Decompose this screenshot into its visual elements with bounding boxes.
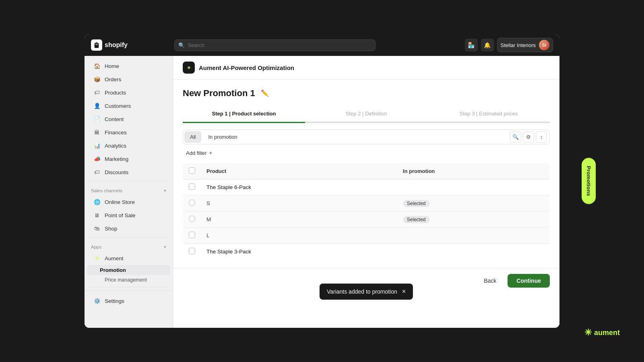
sidebar-item-customers[interactable]: 👤 Customers xyxy=(87,99,170,112)
header-checkbox-col xyxy=(183,163,201,179)
steps-row: Step 1 | Product selection Step 2 | Defi… xyxy=(183,107,550,122)
table-row: The Staple 6-Pack xyxy=(183,179,550,195)
variant-l-name-cell: L xyxy=(201,228,397,244)
sidebar-item-content[interactable]: 📄 Content xyxy=(87,113,170,125)
shop-icon: 🛍 xyxy=(93,225,101,232)
toast-notification: Variants added to promotion × xyxy=(320,284,413,300)
shopify-bag-icon xyxy=(91,39,102,51)
search-filter-btn[interactable]: 🔍 xyxy=(510,132,521,143)
filter-bar: All In promotion 🔍 ⚙ ↕ xyxy=(183,130,550,144)
table-row: L xyxy=(183,228,550,244)
sidebar-item-online-store[interactable]: 🌐 Online Store xyxy=(87,195,170,208)
user-menu-btn[interactable]: Stellar Interiors SI xyxy=(497,38,553,52)
variant-m-status-cell: Selected xyxy=(397,212,550,228)
filter-tab-in-promotion[interactable]: In promotion xyxy=(202,131,243,143)
page-title: New Promotion 1 xyxy=(183,88,255,99)
sidebar-divider-1 xyxy=(89,181,168,181)
back-button[interactable]: Back xyxy=(477,274,503,287)
variant-m-status: Selected xyxy=(403,216,430,223)
sidebar-item-shop[interactable]: 🛍 Shop xyxy=(87,222,170,235)
top-bar-right: 🏪 🔔 Stellar Interiors SI xyxy=(465,38,553,52)
promotions-side-tab[interactable]: Promotions xyxy=(582,158,596,204)
sidebar-item-price-management[interactable]: Price management xyxy=(87,276,170,284)
sidebar: 🏠 Home 📦 Orders 🏷 Products 👤 Customers 📄… xyxy=(85,56,173,328)
row-checkbox-cell-staple3 xyxy=(183,244,201,260)
table-header-row: Product In promotion xyxy=(183,163,550,179)
step-3[interactable]: Step 3 | Estimated prices xyxy=(427,107,550,121)
sidebar-item-home[interactable]: 🏠 Home xyxy=(87,60,170,72)
variant-l-name: L xyxy=(206,232,210,239)
sidebar-item-settings[interactable]: ⚙️ Settings xyxy=(87,294,170,307)
edit-title-btn[interactable]: ✏️ xyxy=(259,88,270,99)
apps-section: Apps ▾ xyxy=(85,240,173,251)
avatar: SI xyxy=(539,40,549,50)
shopify-logo[interactable]: shopify xyxy=(91,39,128,51)
orders-icon: 📦 xyxy=(93,76,101,83)
row-product-name-staple6: The Staple 6-Pack xyxy=(201,179,397,195)
aument-icon: ✳ xyxy=(93,255,101,262)
step-1-label: Step 1 | Product selection xyxy=(212,111,276,117)
sidebar-label-orders: Orders xyxy=(105,76,121,82)
toast-close-btn[interactable]: × xyxy=(402,288,406,295)
sort-btn[interactable]: ↕ xyxy=(536,132,547,143)
sidebar-label-pos: Point of Sale xyxy=(105,212,136,218)
select-all-checkbox[interactable] xyxy=(189,167,195,174)
variant-m-checkbox[interactable] xyxy=(189,216,195,222)
variant-m-name-cell: M xyxy=(201,212,397,228)
variant-m-name: M xyxy=(206,216,211,222)
step-3-label: Step 3 | Estimated prices xyxy=(460,111,518,117)
sidebar-label-discounts: Discounts xyxy=(105,169,128,175)
product-name-staple3: The Staple 3-Pack xyxy=(206,249,251,255)
app-header-icon: ✳ xyxy=(183,62,195,74)
sidebar-divider-3 xyxy=(89,287,168,287)
header-in-promotion-label: In promotion xyxy=(403,168,435,174)
sidebar-bottom: ⚙️ Settings xyxy=(85,290,173,311)
continue-button[interactable]: Continue xyxy=(508,274,550,288)
marketing-icon: 📣 xyxy=(93,155,101,162)
table-row: The Staple 3-Pack xyxy=(183,244,550,260)
header-product-label: Product xyxy=(206,168,226,174)
sidebar-item-discounts[interactable]: 🏷 Discounts xyxy=(87,166,170,179)
sidebar-label-price-management: Price management xyxy=(105,277,147,283)
sidebar-label-settings: Settings xyxy=(105,298,124,304)
variant-l-checkbox[interactable] xyxy=(189,232,195,238)
aument-brand-text: aument xyxy=(594,329,620,337)
bell-icon-btn[interactable]: 🔔 xyxy=(481,39,494,51)
apps-expand-icon[interactable]: ▾ xyxy=(164,244,166,250)
sidebar-item-point-of-sale[interactable]: 🖥 Point of Sale xyxy=(87,209,170,222)
sidebar-item-promotion[interactable]: Promotion xyxy=(87,265,170,275)
store-icon-btn[interactable]: 🏪 xyxy=(465,39,478,51)
search-input[interactable] xyxy=(174,39,376,51)
variant-s-status: Selected xyxy=(403,200,430,207)
add-filter-btn[interactable]: Add filter ＋ xyxy=(183,148,217,158)
sidebar-item-analytics[interactable]: 📊 Analytics xyxy=(87,139,170,152)
sidebar-label-promotion: Promotion xyxy=(100,267,126,273)
search-container: 🔍 xyxy=(174,39,376,51)
variant-l-status-cell xyxy=(397,228,550,244)
sidebar-item-finances[interactable]: 🏛 Finances xyxy=(87,126,170,139)
filter-bar-right: 🔍 ⚙ ↕ xyxy=(510,132,549,143)
aument-asterisk-icon: ✳ xyxy=(584,327,592,338)
variant-s-checkbox[interactable] xyxy=(189,200,195,206)
step-progress-fill xyxy=(183,122,305,123)
analytics-icon: 📊 xyxy=(93,142,101,149)
sales-channels-expand-icon[interactable]: ▾ xyxy=(164,188,166,193)
sales-channels-section: Sales channels ▾ xyxy=(85,184,173,195)
step-2[interactable]: Step 2 | Definition xyxy=(305,107,427,121)
filter-options-btn[interactable]: ⚙ xyxy=(523,132,534,143)
variant-s-name-cell: S xyxy=(201,195,397,212)
sidebar-item-aument[interactable]: ✳ Aument xyxy=(87,252,170,265)
page-title-row: New Promotion 1 ✏️ xyxy=(183,88,550,99)
variant-s-status-cell: Selected xyxy=(397,195,550,212)
row-checkbox-staple6[interactable] xyxy=(189,183,195,190)
step-1[interactable]: Step 1 | Product selection xyxy=(183,107,305,121)
row-checkbox-staple3[interactable] xyxy=(189,248,195,254)
sidebar-label-aument: Aument xyxy=(105,255,124,261)
row-checkbox-cell xyxy=(183,179,201,195)
sidebar-item-orders[interactable]: 📦 Orders xyxy=(87,73,170,86)
home-icon: 🏠 xyxy=(93,62,101,70)
filter-tab-all[interactable]: All xyxy=(184,131,201,143)
sidebar-item-marketing[interactable]: 📣 Marketing xyxy=(87,152,170,165)
variant-s-checkbox-cell xyxy=(183,195,201,212)
sidebar-item-products[interactable]: 🏷 Products xyxy=(87,86,170,99)
